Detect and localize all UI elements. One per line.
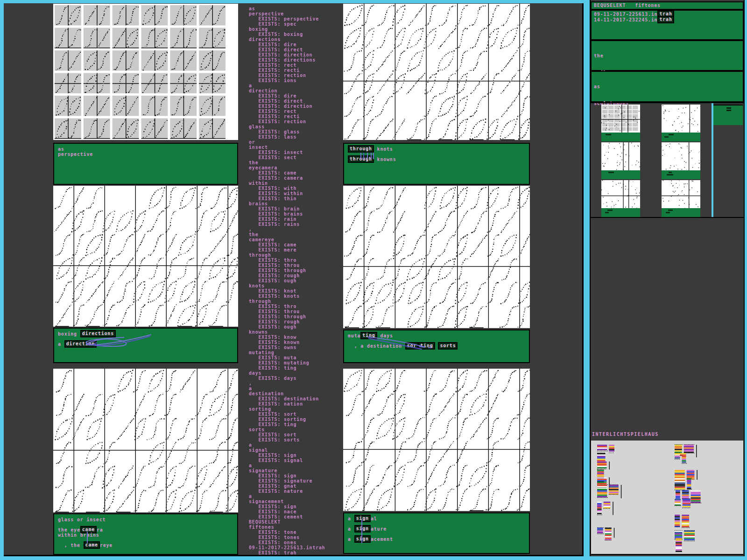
sidebar-subtitle: fiftones	[635, 3, 661, 8]
left-panel-2-caption: boxing directions a direction	[53, 328, 238, 363]
app-root: asperspectiveboxing directions a directi…	[0, 0, 747, 560]
listing-line: EXISTS: throu	[249, 263, 345, 268]
listing-line: days	[249, 371, 345, 376]
caption-text: perspective	[58, 152, 93, 157]
listing-line: boxing	[249, 27, 345, 32]
glitch-thumbnail-8[interactable]	[597, 527, 641, 546]
listing-line: EXISTS: sorts	[249, 437, 345, 442]
highlighted-word[interactable]: direction	[64, 340, 97, 348]
listing-line: EXISTS: rection	[249, 73, 345, 78]
caption-text: , a destination	[348, 343, 405, 349]
listing-line: the	[249, 232, 345, 237]
listing-line: EXISTS: mere	[249, 247, 345, 252]
right-panel-2-artwork[interactable]	[343, 186, 530, 328]
listing-line: destination	[249, 391, 345, 396]
listing-line: EXISTS: thin	[249, 196, 345, 201]
left-panel-3-caption: glass or insect the eyecamerawithin brai…	[53, 513, 238, 555]
listing-line: BEQUSELEKT	[249, 519, 345, 525]
left-panel-3-artwork[interactable]	[53, 369, 238, 512]
file-list: 09-11-2017-225613.intrah14-11-2017-23224…	[591, 10, 744, 40]
listing-line: EXISTS: recti	[249, 68, 345, 73]
thumbnail-caption	[601, 208, 640, 217]
highlighted-word[interactable]: came	[84, 541, 100, 549]
sidebar: BEQUSELEKT fiftones 09-11-2017-225613.in…	[590, 0, 745, 556]
highlighted-word[interactable]: through	[348, 155, 374, 163]
listing-line: EXISTS: knot	[249, 288, 345, 294]
left-panel-1-caption: asperspective	[53, 143, 238, 185]
listing-line: EXISTS: ting	[249, 365, 345, 371]
glitch-thumbnail-6[interactable]	[597, 484, 641, 503]
listing-line: the	[249, 160, 345, 165]
gallery-thumbnail-3[interactable]	[601, 142, 640, 179]
listing-line: EXISTS: rect	[249, 109, 345, 114]
highlighted-word[interactable]: sign	[354, 535, 371, 543]
highlighted-word[interactable]: ting	[360, 332, 377, 339]
right-panel-3-artwork[interactable]	[343, 369, 530, 511]
listing-line: EXISTS: came	[249, 242, 345, 247]
listing-line: EXISTS: ough	[249, 278, 345, 283]
caption-line: within brains	[58, 532, 233, 538]
highlighted-word[interactable]: ting	[418, 342, 435, 350]
listing-line: EXISTS: cement	[249, 514, 345, 519]
listing-line: EXISTS: lass	[249, 134, 345, 140]
listing-line: EXISTS: came	[249, 170, 345, 175]
caption-text: knowns	[374, 157, 396, 162]
listing-line: EXISTS: mutating	[249, 360, 345, 365]
left-panel-1-artwork[interactable]	[53, 4, 238, 140]
highlighted-word[interactable]: sorts	[438, 342, 458, 350]
listing-line: EXISTS: directions	[249, 57, 345, 63]
gallery-thumbnail-2[interactable]	[662, 105, 700, 141]
caption-line: , the camereye	[58, 543, 233, 548]
caption-text: a	[348, 516, 354, 521]
caption-line: a signacement	[348, 537, 525, 542]
word-exists-listing: asperspective EXISTS: perspective EXISTS…	[249, 3, 345, 556]
section-as-sculptuages[interactable]: as sculptuages	[591, 71, 744, 102]
gallery-thumbnail-4[interactable]	[662, 142, 700, 179]
caption-line: a direction	[58, 342, 233, 347]
listing-line: sorting	[249, 406, 345, 412]
thumbnail-gallery	[591, 102, 744, 218]
main-area: asperspectiveboxing directions a directi…	[4, 3, 584, 556]
gallery-thumbnail-5[interactable]	[601, 180, 640, 217]
listing-line: EXISTS: spec	[249, 21, 345, 27]
listing-line: EXISTS: sign	[249, 453, 345, 458]
sidebar-title: BEQUSELEKT	[594, 3, 626, 8]
interlichtspielhaus-title: INTERLICHTSPIELHAUS	[592, 432, 659, 437]
caption-line: perspective	[58, 152, 233, 157]
listing-line: EXISTS: muta	[249, 355, 345, 360]
highlighted-word[interactable]: sor	[405, 342, 418, 350]
caption-line: as	[58, 147, 233, 152]
thumbnail-caption	[601, 170, 640, 179]
glitch-thumbnail-17[interactable]	[675, 538, 719, 555]
section-the-coils[interactable]: the coils	[591, 40, 744, 71]
caption-text: a	[348, 537, 354, 542]
listing-line: signacement	[249, 499, 345, 504]
listing-line: EXISTS: sorting	[249, 417, 345, 422]
right-panel-1-artwork[interactable]	[343, 4, 530, 140]
left-panel-2-artwork[interactable]	[53, 186, 238, 327]
highlighted-word[interactable]: directions	[80, 330, 116, 337]
listing-line: EXISTS: camera	[249, 175, 345, 181]
listing-line: EXISTS: nature	[249, 489, 345, 494]
highlighted-word[interactable]: sign	[354, 515, 371, 522]
highlighted-word[interactable]: trah	[657, 16, 674, 23]
listing-line: signature	[249, 468, 345, 473]
listing-line: signal	[249, 448, 345, 453]
listing-line: EXISTS: rect	[249, 63, 345, 68]
listing-line: EXISTS: gnat	[249, 483, 345, 489]
gallery-thumbnail-6[interactable]	[662, 180, 700, 217]
file-name: 09-11-2017-225613.in	[594, 12, 657, 17]
listing-line: EXISTS: boxing	[249, 32, 345, 37]
thumbnail-image	[601, 142, 640, 170]
highlighted-word[interactable]: sign	[354, 525, 371, 532]
partial-thumbnail[interactable]	[713, 105, 743, 125]
glitch-thumbnail-7[interactable]	[597, 501, 641, 520]
file-row[interactable]: 14-11-2017-232245.intrah	[594, 17, 740, 23]
caption-line	[348, 521, 525, 526]
listing-line: EXISTS: tones	[249, 535, 345, 540]
thumbnail-image	[662, 180, 700, 208]
highlighted-word[interactable]: through	[348, 145, 374, 153]
glitch-thumbnail-10[interactable]	[674, 453, 719, 471]
gallery-thumbnail-1[interactable]	[601, 105, 640, 141]
listing-line: through	[249, 252, 345, 258]
